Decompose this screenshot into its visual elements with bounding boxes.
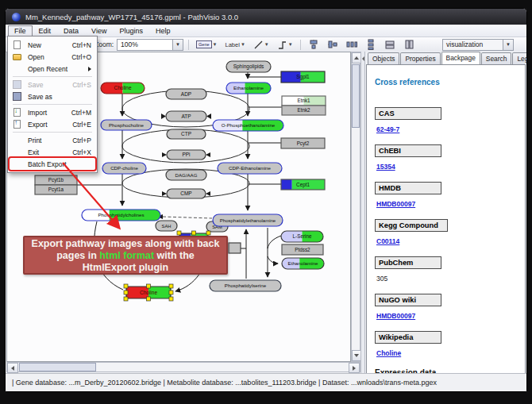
node-ptdss2[interactable]: Ptdss2 [282, 244, 323, 255]
node-atp[interactable]: ATP [166, 111, 206, 121]
menu-edit[interactable]: Edit [33, 25, 58, 37]
common-width-button[interactable] [382, 37, 398, 52]
visualization-combobox[interactable]: visualization ▼ [442, 39, 514, 51]
svg-text:DAG/AAG: DAG/AAG [175, 172, 198, 178]
app-window: Mm_Kennedy_pathway_WP1771_45176.gpml - P… [5, 8, 527, 392]
svg-text:Choline: Choline [140, 290, 157, 295]
crossref-link[interactable]: HMDB00097 [376, 200, 415, 208]
node-anchor-box[interactable] [229, 243, 241, 253]
distribute-horizontal-button[interactable] [344, 37, 360, 52]
crossref-link[interactable]: Choline [376, 349, 401, 357]
node-pcyt1a[interactable]: Pcyt1a [35, 185, 77, 194]
node-pcyt1b[interactable]: Pcyt1b [35, 175, 77, 185]
crossref-link[interactable]: C00114 [376, 237, 399, 245]
node-cmp[interactable]: CMP [167, 189, 206, 198]
node-cept1[interactable]: Cept1 [281, 179, 325, 190]
node-ethanolamine-top[interactable]: Ethanolamine [226, 83, 271, 94]
menu-item-save-as[interactable]: Save as [10, 90, 95, 102]
line-tool[interactable]: ▼ [251, 38, 272, 52]
node-etnk2[interactable]: Etnk2 [282, 106, 326, 115]
align-center-icon [308, 39, 319, 50]
gene-datanode-tool[interactable]: Gene ▼ [194, 39, 219, 50]
crossref-section-pubchem: PubChem 305 [375, 256, 517, 284]
crossref-link[interactable]: 15354 [376, 163, 395, 171]
horizontal-scroll-thumb[interactable] [19, 363, 96, 371]
crossref-db-name: NuGO wiki [375, 294, 441, 306]
svg-text:CMP: CMP [180, 190, 191, 196]
crossref-section-wikipedia: Wikipedia Choline [375, 331, 517, 359]
menu-item-save: SaveCtrl+S [10, 79, 95, 90]
tab-backpage[interactable]: Backpage [441, 52, 480, 64]
node-ppi[interactable]: PPi [167, 150, 206, 160]
annotation-line1: Export pathway images along with back [25, 238, 226, 250]
menu-item-exit[interactable]: ExitCtrl+X [10, 146, 95, 158]
scroll-left-icon[interactable] [7, 363, 18, 373]
backpage-panel: Cross references CAS 62-49-7 ChEBI 15354… [366, 64, 526, 374]
menu-plugins[interactable]: Plugins [113, 25, 149, 37]
node-o-phosphoethanolamine[interactable]: O-Phosphoethanolamine [213, 120, 283, 131]
visualization-value: visualization [446, 40, 503, 48]
node-phosphatidylcholines[interactable]: Phosphatidylcholines [82, 210, 160, 221]
tab-legend[interactable]: Legend [512, 52, 527, 64]
menu-view[interactable]: View [85, 25, 113, 37]
node-ctp[interactable]: CTP [167, 129, 206, 139]
crossref-db-name: HMDB [375, 182, 441, 194]
elbow-connector-tool[interactable]: ▼ [275, 38, 295, 52]
crossref-link[interactable]: HMDB00097 [376, 312, 415, 320]
menu-item-print[interactable]: PrintCtrl+P [10, 134, 95, 146]
menu-item-export[interactable]: ↑ ExportCtrl+E [10, 118, 95, 130]
canvas-vertical-scrollbar[interactable] [351, 52, 360, 362]
menu-item-import[interactable]: ↓ ImportCtrl+M [10, 106, 95, 118]
visualization-dropdown-icon[interactable]: ▼ [503, 40, 513, 50]
vertical-scroll-thumb[interactable] [352, 64, 360, 128]
tab-properties[interactable]: Properties [400, 52, 440, 64]
crossref-link[interactable]: 62-49-7 [376, 125, 399, 133]
file-menu-popup: NewCtrl+N OpenCtrl+O Open Recent SaveCtr… [7, 36, 98, 173]
menu-item-batch-export[interactable]: Batch Export [10, 158, 95, 170]
node-etnk1[interactable]: Etnk1 [282, 96, 326, 106]
node-sphingolipids[interactable]: Sphingolipids [226, 61, 271, 72]
label-tool[interactable]: Label ▼ [223, 40, 248, 50]
save-as-icon [13, 92, 21, 101]
svg-text:Phosphatidylethanolamine: Phosphatidylethanolamine [220, 218, 276, 223]
svg-text:Ptdss2: Ptdss2 [295, 247, 310, 252]
node-phosphocholine[interactable]: Phosphocholine [101, 120, 152, 130]
zoom-combobox[interactable]: 100% ▼ [117, 39, 183, 51]
node-adp[interactable]: ADP [166, 89, 206, 99]
node-dag-aag[interactable]: DAG/AAG [166, 170, 206, 180]
menu-help[interactable]: Help [149, 25, 177, 37]
chevron-down-icon[interactable]: ▼ [288, 42, 293, 47]
side-panel-tabs: Objects Properties Backpage Search Legen… [365, 52, 526, 64]
chevron-down-icon[interactable]: ▼ [213, 42, 218, 47]
scroll-right-icon[interactable] [349, 363, 360, 373]
align-middle-button[interactable] [325, 37, 341, 52]
menu-file[interactable]: File [8, 25, 33, 37]
node-choline-top[interactable]: Choline [101, 83, 145, 94]
node-sgpl1[interactable]: Sgpl1 [281, 71, 325, 83]
node-cdp-choline[interactable]: CDP-choline [102, 163, 146, 174]
node-phosphatidylserine[interactable]: Phosphatidylserine [210, 280, 281, 291]
crossref-db-name: CAS [375, 107, 441, 120]
distribute-vertical-button[interactable] [363, 37, 379, 52]
chevron-down-icon[interactable]: ▼ [264, 42, 269, 47]
common-height-button[interactable] [401, 37, 417, 52]
menu-data[interactable]: Data [57, 25, 85, 37]
node-choline-selected[interactable]: Choline [124, 284, 173, 301]
chevron-down-icon[interactable]: ▼ [241, 42, 245, 47]
zoom-dropdown-icon[interactable]: ▼ [172, 40, 183, 50]
node-pcyt2[interactable]: Pcyt2 [281, 138, 325, 148]
node-l-serine[interactable]: L-Serine [281, 231, 323, 242]
tab-search[interactable]: Search [481, 52, 512, 64]
menu-item-open[interactable]: OpenCtrl+O [10, 51, 95, 63]
node-cdp-ethanolamine[interactable]: CDP-Ethanolamine [218, 163, 282, 174]
svg-text:Choline: Choline [114, 85, 131, 90]
node-sah[interactable]: SAH [156, 221, 177, 231]
node-ethanolamine-bottom[interactable]: Ethanolamine [282, 258, 324, 269]
tab-objects[interactable]: Objects [368, 52, 399, 64]
menu-item-new[interactable]: NewCtrl+N [10, 39, 95, 51]
canvas-horizontal-scrollbar[interactable] [6, 362, 360, 372]
align-center-button[interactable] [306, 37, 322, 52]
menu-item-open-recent[interactable]: Open Recent [10, 63, 95, 75]
node-phosphatidylethanolamine[interactable]: Phosphatidylethanolamine [213, 214, 283, 226]
crossref-section-nugo: NuGO wiki HMDB00097 [375, 294, 517, 321]
